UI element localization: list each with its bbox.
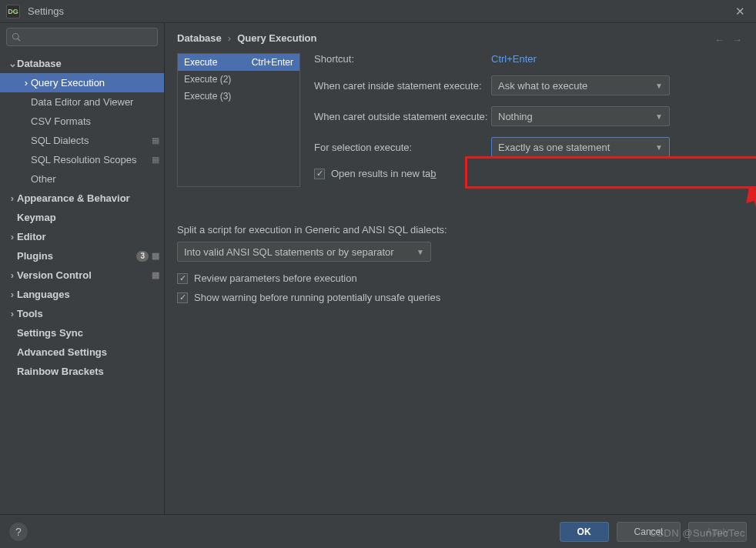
svg-line-1: [18, 38, 20, 41]
sidebar-item-label: Database: [17, 58, 159, 69]
warn-unsafe-label: Show warning before running potentially …: [194, 292, 440, 303]
chevron-right-icon: ›: [8, 192, 17, 204]
caret-outside-select[interactable]: Nothing ▼: [491, 106, 670, 126]
caret-inside-label: When caret inside statement execute:: [314, 80, 491, 92]
dialog-footer: ? OK Cancel Apply: [0, 514, 756, 548]
sidebar-item-keymap[interactable]: Keymap: [0, 208, 164, 227]
sidebar-item-advanced-settings[interactable]: Advanced Settings: [0, 342, 164, 362]
caret-inside-select[interactable]: Ask what to execute ▼: [491, 75, 670, 95]
split-script-select[interactable]: Into valid ANSI SQL statements or by sep…: [177, 242, 431, 262]
project-scope-icon: ▦: [152, 251, 159, 261]
window-title: Settings: [28, 5, 731, 17]
breadcrumb-root[interactable]: Database: [177, 32, 222, 44]
close-button[interactable]: ✕: [731, 5, 750, 18]
badge: 3: [136, 251, 149, 262]
sidebar-item-label: Data Editor and Viewer: [31, 96, 159, 108]
execute-actions-list[interactable]: ExecuteCtrl+EnterExecute (2)Execute (3): [177, 53, 300, 187]
sidebar-item-data-editor-and-viewer[interactable]: Data Editor and Viewer: [0, 92, 164, 112]
open-results-label: Open results in new tab: [331, 168, 437, 179]
sidebar-item-other[interactable]: Other: [0, 169, 164, 189]
sidebar-item-csv-formats[interactable]: CSV Formats: [0, 112, 164, 131]
caret-outside-label: When caret outside statement execute:: [314, 111, 491, 122]
svg-point-0: [13, 34, 19, 40]
chevron-down-icon: ▼: [655, 143, 663, 152]
sidebar-item-database[interactable]: ⌄Database: [0, 54, 164, 73]
sidebar-item-rainbow-brackets[interactable]: Rainbow Brackets: [0, 362, 164, 381]
help-button[interactable]: ?: [9, 523, 28, 541]
breadcrumb: Database › Query Execution: [177, 32, 744, 44]
sidebar: ⌄Database›Query ExecutionData Editor and…: [0, 23, 165, 514]
caret-inside-value: Ask what to execute: [498, 80, 587, 92]
selection-exec-value: Exactly as one statement: [498, 142, 610, 153]
caret-outside-value: Nothing: [498, 111, 533, 122]
review-params-label: Review parameters before execution: [194, 272, 357, 284]
sidebar-item-label: SQL Resolution Scopes: [31, 154, 149, 165]
open-results-checkbox[interactable]: ✓ Open results in new tab: [314, 168, 744, 179]
sidebar-item-label: CSV Formats: [31, 115, 159, 127]
breadcrumb-leaf: Query Execution: [237, 32, 316, 44]
chevron-down-icon: ▼: [655, 112, 663, 121]
execute-action-label: Execute (3): [184, 91, 231, 102]
search-icon: [12, 32, 21, 42]
sidebar-item-label: Editor: [17, 231, 159, 242]
split-script-label: Split a script for execution in Generic …: [177, 224, 744, 236]
check-icon: ✓: [314, 169, 325, 179]
cancel-button[interactable]: Cancel: [617, 522, 681, 542]
apply-button[interactable]: Apply: [688, 522, 747, 542]
sidebar-item-appearance-behavior[interactable]: ›Appearance & Behavior: [0, 189, 164, 208]
sidebar-item-label: SQL Dialects: [31, 135, 149, 146]
sidebar-item-version-control[interactable]: ›Version Control▦: [0, 266, 164, 285]
chevron-down-icon: ⌄: [8, 58, 17, 69]
project-scope-icon: ▦: [152, 135, 159, 145]
shortcut-link[interactable]: Ctrl+Enter: [491, 53, 744, 65]
execute-action-shortcut: Ctrl+Enter: [252, 57, 293, 68]
chevron-right-icon: ›: [8, 231, 17, 242]
sidebar-item-sql-resolution-scopes[interactable]: SQL Resolution Scopes▦: [0, 150, 164, 169]
sidebar-item-label: Version Control: [17, 269, 149, 281]
chevron-right-icon: ›: [8, 269, 17, 281]
execute-action-label: Execute (2): [184, 74, 231, 85]
sidebar-item-label: Advanced Settings: [17, 346, 159, 358]
check-icon: ✓: [177, 273, 188, 284]
sidebar-item-label: Rainbow Brackets: [17, 366, 159, 377]
sidebar-item-tools[interactable]: ›Tools: [0, 304, 164, 323]
nav-forward-icon[interactable]: →: [732, 34, 742, 45]
sidebar-item-label: Tools: [17, 308, 159, 319]
sidebar-item-plugins[interactable]: Plugins3▦: [0, 246, 164, 266]
execute-action-row[interactable]: Execute (3): [178, 88, 299, 105]
execute-action-row[interactable]: ExecuteCtrl+Enter: [178, 54, 299, 71]
breadcrumb-sep: ›: [228, 32, 231, 44]
sidebar-item-query-execution[interactable]: ›Query Execution: [0, 73, 164, 92]
review-params-checkbox[interactable]: ✓ Review parameters before execution: [177, 272, 744, 284]
selection-exec-select[interactable]: Exactly as one statement ▼: [491, 137, 670, 157]
sidebar-item-label: Plugins: [17, 250, 136, 262]
chevron-right-icon: ›: [8, 308, 17, 319]
split-script-value: Into valid ANSI SQL statements or by sep…: [184, 246, 394, 258]
shortcut-label: Shortcut:: [314, 53, 491, 65]
sidebar-item-label: Other: [31, 173, 159, 185]
execute-action-row[interactable]: Execute (2): [178, 71, 299, 88]
ok-button[interactable]: OK: [560, 522, 609, 542]
app-icon: DG: [6, 5, 20, 18]
sidebar-item-sql-dialects[interactable]: SQL Dialects▦: [0, 131, 164, 150]
chevron-down-icon: ▼: [655, 82, 663, 90]
warn-unsafe-checkbox[interactable]: ✓ Show warning before running potentiall…: [177, 292, 744, 303]
nav-back-icon[interactable]: ←: [714, 34, 724, 45]
sidebar-item-label: Settings Sync: [17, 327, 159, 339]
settings-tree[interactable]: ⌄Database›Query ExecutionData Editor and…: [0, 51, 164, 514]
sidebar-item-editor[interactable]: ›Editor: [0, 227, 164, 246]
sidebar-item-label: Appearance & Behavior: [17, 192, 159, 204]
project-scope-icon: ▦: [152, 270, 159, 280]
project-scope-icon: ▦: [152, 155, 159, 165]
selection-exec-label: For selection execute:: [314, 142, 491, 153]
sidebar-item-languages[interactable]: ›Languages: [0, 285, 164, 304]
annotation-arrow: [746, 189, 756, 304]
chevron-right-icon: ›: [8, 289, 17, 300]
main-panel: Database › Query Execution ← → ExecuteCt…: [165, 23, 756, 514]
sidebar-item-settings-sync[interactable]: Settings Sync: [0, 323, 164, 342]
check-icon: ✓: [177, 292, 188, 303]
title-bar: DG Settings ✕: [0, 0, 756, 23]
sidebar-item-label: Query Execution: [31, 77, 159, 89]
sidebar-item-label: Keymap: [17, 212, 159, 223]
search-input[interactable]: [6, 28, 158, 46]
